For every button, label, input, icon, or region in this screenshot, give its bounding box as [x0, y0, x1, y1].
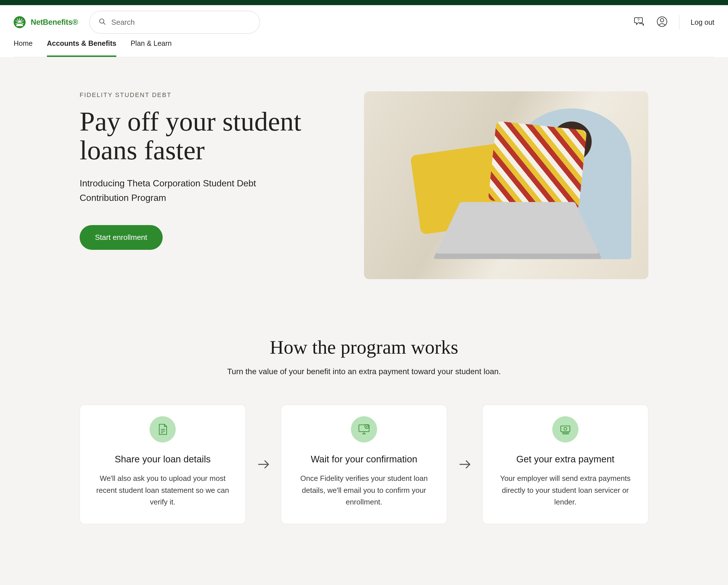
sunburst-logo-icon: [14, 16, 26, 28]
divider: [679, 15, 679, 29]
money-icon: [552, 416, 578, 442]
hero-subtitle: Introducing Theta Corporation Student De…: [80, 176, 284, 205]
step-2-title: Wait for your confirmation: [293, 454, 435, 465]
hero-image: [364, 91, 648, 279]
svg-point-11: [660, 19, 664, 22]
step-3-body: Your employer will send extra payments d…: [494, 473, 637, 508]
search-input[interactable]: [111, 18, 251, 27]
start-enrollment-button[interactable]: Start enrollment: [80, 225, 163, 250]
monitor-check-icon: [351, 416, 377, 442]
nav-accounts-benefits[interactable]: Accounts & Benefits: [47, 39, 116, 57]
svg-rect-21: [561, 426, 570, 432]
step-card-2: Wait for your confirmation Once Fidelity…: [281, 405, 447, 524]
brand-logo-link[interactable]: NetBenefits®: [14, 16, 78, 28]
how-title: How the program works: [80, 336, 648, 358]
search-box[interactable]: [89, 11, 260, 33]
svg-line-6: [16, 22, 20, 24]
user-circle-icon: [656, 16, 668, 28]
svg-text:?: ?: [637, 18, 640, 22]
nav-home[interactable]: Home: [14, 39, 33, 57]
hero-section: FIDELITY STUDENT DEBT Pay off your stude…: [80, 91, 648, 279]
step-3-title: Get your extra payment: [494, 454, 637, 465]
step-card-3: Get your extra payment Your employer wil…: [482, 405, 648, 524]
svg-point-22: [564, 427, 567, 430]
chat-question-icon: ?: [633, 16, 645, 28]
hero-title: Pay off your student loans faster: [80, 107, 330, 165]
hero-eyebrow: FIDELITY STUDENT DEBT: [80, 91, 330, 99]
arrow-right-icon: [254, 457, 272, 472]
step-1-body: We'll also ask you to upload your most r…: [91, 473, 234, 508]
arrow-right-icon: [456, 457, 474, 472]
step-card-1: Share your loan details We'll also ask y…: [80, 405, 246, 524]
top-stripe: [0, 0, 728, 5]
help-chat-button[interactable]: ?: [633, 17, 645, 28]
step-1-title: Share your loan details: [91, 454, 234, 465]
logout-link[interactable]: Log out: [691, 18, 714, 26]
how-subtitle: Turn the value of your benefit into an e…: [80, 367, 648, 376]
brand-name: NetBenefits®: [31, 18, 78, 27]
svg-line-3: [20, 22, 24, 24]
document-icon: [150, 416, 176, 442]
header: NetBenefits® ? Log out: [0, 5, 728, 57]
step-2-body: Once Fidelity verifies your student loan…: [293, 473, 435, 508]
svg-line-8: [104, 23, 105, 24]
nav-plan-learn[interactable]: Plan & Learn: [131, 39, 172, 57]
how-it-works-section: How the program works Turn the value of …: [80, 336, 648, 524]
search-icon: [99, 18, 111, 26]
profile-button[interactable]: [656, 17, 668, 28]
primary-nav: Home Accounts & Benefits Plan & Learn: [14, 39, 714, 57]
